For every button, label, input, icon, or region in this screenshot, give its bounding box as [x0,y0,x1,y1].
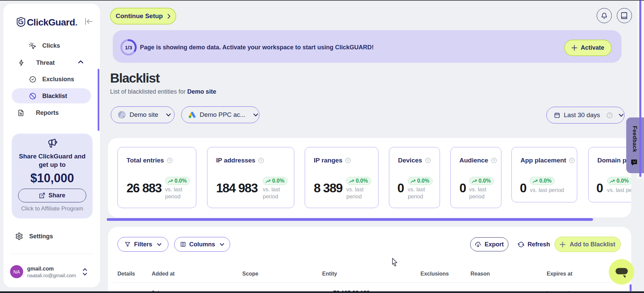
svg-text:?: ? [427,158,429,162]
svg-text:?: ? [571,158,573,162]
svg-text:?: ? [347,158,349,162]
svg-text:1/3: 1/3 [125,45,132,50]
svg-text:?: ? [260,158,262,162]
svg-text:?: ? [493,158,495,162]
svg-text:?: ? [608,113,610,117]
svg-text:?: ? [169,158,171,162]
